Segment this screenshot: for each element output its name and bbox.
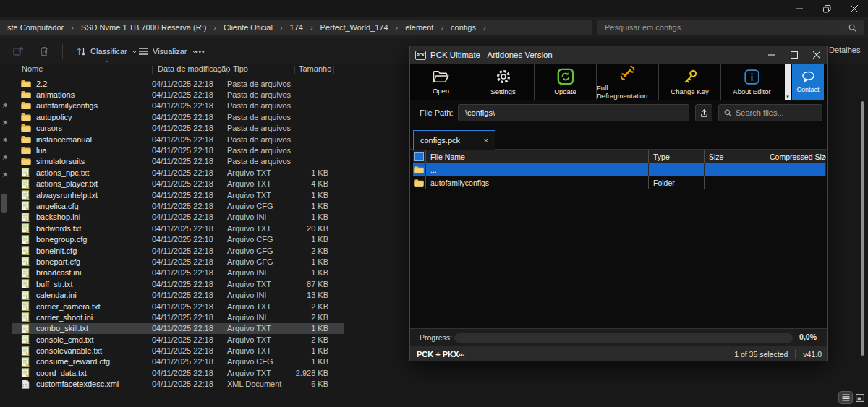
file-row[interactable]: actions_npc.txt04/11/2025 22:18Arquivo T… <box>12 167 344 178</box>
file-row[interactable]: buff_str.txt04/11/2025 22:18Arquivo TXT8… <box>12 278 344 289</box>
file-row[interactable]: bonepart.cfg04/11/2025 22:18Arquivo CFG1… <box>12 256 344 267</box>
restore-button[interactable] <box>813 0 841 17</box>
file-row[interactable]: autofamilyconfigs04/11/2025 22:18Pasta d… <box>12 100 344 111</box>
delete-icon[interactable] <box>35 44 54 59</box>
file-row[interactable]: cursors04/11/2025 22:18Pasta de arquivos <box>12 123 344 134</box>
progress-bar <box>454 333 793 343</box>
pck-minimize-button[interactable] <box>760 46 783 64</box>
file-type: Pasta de arquivos <box>227 135 294 144</box>
full-defragmentation-button[interactable]: Full Defragmentation <box>597 64 659 100</box>
file-row[interactable]: lua04/11/2025 22:18Pasta de arquivos <box>12 145 344 155</box>
pck-column-compressed[interactable]: Compressed Size <box>765 150 826 163</box>
file-row[interactable]: boneinit.cfg04/11/2025 22:18Arquivo CFG2… <box>12 245 344 256</box>
file-row[interactable]: carrier_shoot.ini04/11/2025 22:18Arquivo… <box>12 312 344 322</box>
file-type: Arquivo CFG <box>227 235 294 244</box>
nav-scrollbar-thumb[interactable] <box>1 194 7 213</box>
file-row[interactable]: coord_data.txt04/11/2025 22:18Arquivo TX… <box>12 367 344 378</box>
file-row[interactable]: consume_reward.cfg04/11/2025 22:18Arquiv… <box>12 356 344 367</box>
details-pane-button[interactable]: Detalhes <box>829 46 860 54</box>
open-button[interactable]: Open <box>410 64 472 100</box>
share-icon[interactable] <box>9 44 27 59</box>
file-row[interactable]: badwords.txt04/11/2025 22:18Arquivo TXT2… <box>12 223 344 234</box>
file-date: 04/11/2025 22:18 <box>152 101 227 110</box>
pck-table-header: File Name Type Size Compressed Size <box>413 150 826 163</box>
search-icon <box>724 109 732 117</box>
details-view-button[interactable] <box>839 392 852 403</box>
more-options-icon: ••• <box>195 48 205 56</box>
file-name: combo_skill.txt <box>36 324 88 333</box>
update-button[interactable]: Update <box>535 64 597 100</box>
pck-column-size[interactable]: Size <box>705 150 765 163</box>
pck-close-button[interactable] <box>805 46 827 64</box>
folder-icon <box>21 101 31 111</box>
list-scrollbar[interactable] <box>861 101 864 356</box>
toolbar-scrollbar[interactable]: ▾ <box>785 64 791 100</box>
file-row[interactable]: customfacetexdesc.xml04/11/2025 22:18XML… <box>12 379 344 390</box>
column-header-type[interactable]: Tipo <box>233 64 248 73</box>
file-row[interactable]: animations04/11/2025 22:18Pasta de arqui… <box>12 89 344 100</box>
file-row[interactable]: combo_skill.txt04/11/2025 22:18Arquivo T… <box>12 323 344 334</box>
icon-column-header[interactable] <box>413 150 426 163</box>
folder-icon <box>21 157 31 166</box>
pck-search-input[interactable] <box>736 108 822 117</box>
close-button[interactable] <box>841 0 868 17</box>
file-row[interactable]: angelica.cfg04/11/2025 22:18Arquivo CFG1… <box>12 200 344 211</box>
pck-file-name: autofamilyconfigs <box>426 176 649 189</box>
explorer-search-input[interactable] <box>597 23 841 32</box>
pck-table-row[interactable]: autofamilyconfigsFolder <box>413 176 826 189</box>
breadcrumb-item[interactable]: ste Computador <box>3 22 68 33</box>
file-row[interactable]: autopolicy04/11/2025 22:18Pasta de arqui… <box>12 111 344 122</box>
file-row[interactable]: alwaysrunhelp.txt04/11/2025 22:18Arquivo… <box>12 189 344 200</box>
file-row[interactable]: simulatorsuits04/11/2025 22:18Pasta de a… <box>12 156 344 167</box>
file-name: calendar.ini <box>36 291 77 299</box>
file-row[interactable]: broadcast.ini04/11/2025 22:18Arquivo INI… <box>12 267 344 278</box>
file-row[interactable]: console_cmd.txt04/11/2025 22:18Arquivo T… <box>12 334 344 345</box>
pck-titlebar[interactable]: PCK PCK Ultimate - Artidones Version <box>410 46 827 64</box>
file-type: Pasta de arquivos <box>227 113 294 121</box>
pck-column-type[interactable]: Type <box>649 150 705 163</box>
up-level-button[interactable] <box>695 104 712 121</box>
breadcrumb-item[interactable]: SSD Nvme 1 TB 7000 Reserva (R:) <box>77 22 210 33</box>
file-row[interactable]: actions_player.txt04/11/2025 22:18Arquiv… <box>12 179 344 189</box>
file-row[interactable]: bonegroup.cfg04/11/2025 22:18Arquivo CFG… <box>12 234 344 244</box>
about-editor-button[interactable]: About Editor <box>721 64 783 100</box>
file-row[interactable]: backshop.ini04/11/2025 22:18Arquivo INI1… <box>12 212 344 223</box>
breadcrumb-item[interactable]: Cliente Oficial <box>219 22 277 33</box>
column-header-size[interactable]: Tamanho <box>299 64 331 73</box>
pck-maximize-button[interactable] <box>783 46 805 64</box>
txt-icon <box>21 235 31 244</box>
chevron-right-icon: › <box>69 23 75 32</box>
explorer-search-box[interactable] <box>597 20 864 35</box>
file-name: autopolicy <box>36 113 72 121</box>
pck-table-body: ...autofamilyconfigsFolder <box>413 163 826 189</box>
file-size: 1 KB <box>294 346 333 355</box>
breadcrumb[interactable]: ste Computador › SSD Nvme 1 TB 7000 Rese… <box>0 20 592 35</box>
icons-view-button[interactable] <box>854 392 867 403</box>
breadcrumb-item[interactable]: element <box>401 22 438 33</box>
file-path-input[interactable] <box>458 104 689 121</box>
column-header-name[interactable]: Nome <box>22 64 43 73</box>
file-row[interactable]: 2.204/11/2025 22:18Pasta de arquivos <box>12 78 344 89</box>
tab-configs-pck[interactable]: configs.pck × <box>413 130 495 150</box>
view-lines-icon <box>138 47 148 56</box>
column-header-date[interactable]: Data de modificação <box>158 64 230 73</box>
contact-button[interactable]: Contact <box>792 64 824 100</box>
file-type: Arquivo TXT <box>227 179 294 188</box>
breadcrumb-item[interactable]: 174 <box>286 22 307 33</box>
file-row[interactable]: instancemanual04/11/2025 22:18Pasta de a… <box>12 134 344 145</box>
minimize-button[interactable] <box>786 0 813 17</box>
change-key-button[interactable]: Change Key <box>659 64 721 100</box>
tab-close-icon[interactable]: × <box>484 136 488 145</box>
file-name: alwaysrunhelp.txt <box>36 191 98 200</box>
file-row[interactable]: consolevariable.txt04/11/2025 22:18Arqui… <box>12 345 344 356</box>
breadcrumb-item[interactable]: configs <box>446 22 480 33</box>
file-row[interactable]: calendar.ini04/11/2025 22:18Arquivo INI1… <box>12 289 344 300</box>
file-row[interactable]: carrier_camera.txt04/11/2025 22:18Arquiv… <box>12 301 344 312</box>
pck-column-filename[interactable]: File Name <box>426 150 649 163</box>
settings-button[interactable]: Settings <box>472 64 535 100</box>
pck-search-box[interactable] <box>718 104 822 121</box>
pck-table-row[interactable]: ... <box>413 163 826 176</box>
breadcrumb-item[interactable]: Perfect_World_174 <box>316 22 393 33</box>
format-label: PCK + PKX∞ <box>417 350 464 359</box>
more-options-button[interactable]: ••• <box>190 43 211 60</box>
